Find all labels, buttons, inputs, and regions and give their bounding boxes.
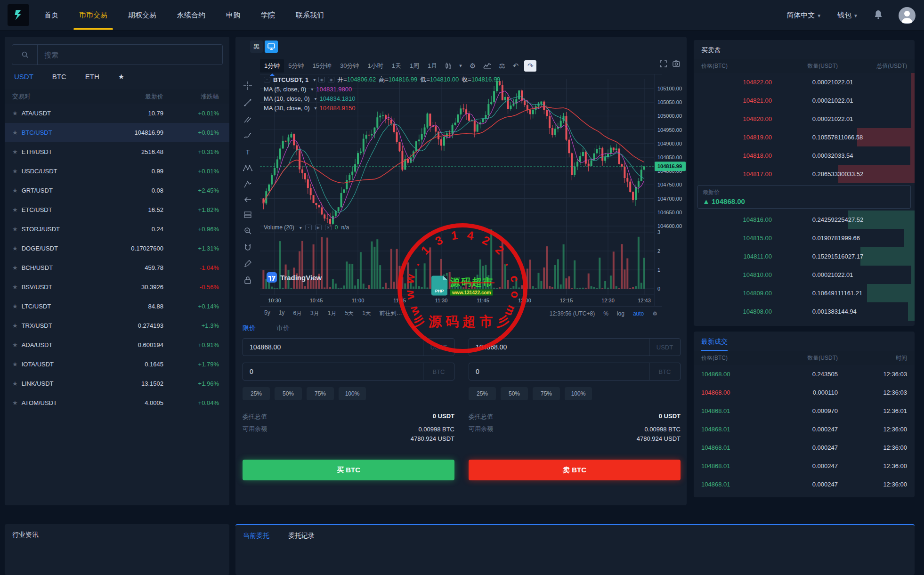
trade-row[interactable]: 104868.010.00097012:36:01 — [694, 402, 915, 420]
pair-row[interactable]: ★GRT/USDT0.08+2.45% — [5, 181, 229, 200]
sell-amount-input[interactable] — [469, 363, 649, 380]
orderbook-row[interactable]: 104819.000.10557811066.58 — [694, 128, 915, 146]
range-1天[interactable]: 1天 — [358, 308, 375, 319]
favorite-star-icon[interactable]: ★ — [12, 245, 18, 252]
trendline-tool-icon[interactable] — [241, 98, 255, 107]
orderbook-row[interactable]: 104820.000.00021022.01 — [694, 110, 915, 128]
trade-row[interactable]: 104868.000.00011012:36:03 — [694, 383, 915, 402]
percent-scale-button[interactable]: % — [603, 310, 608, 317]
timeframe-1小时[interactable]: 1小时 — [363, 59, 387, 73]
search-input[interactable] — [38, 51, 222, 59]
candle-style-icon[interactable] — [445, 62, 452, 70]
favorite-star-icon[interactable]: ★ — [12, 168, 18, 175]
buy-submit-button[interactable]: 买 BTC — [243, 460, 454, 480]
timeframe-30分钟[interactable]: 30分钟 — [336, 59, 363, 73]
trade-row[interactable]: 104868.010.00024712:36:00 — [694, 420, 915, 438]
brush-tool-icon[interactable] — [241, 131, 255, 140]
undo-icon[interactable]: ↶ — [513, 62, 519, 70]
orders-tab-1[interactable]: 委托记录 — [288, 532, 315, 540]
vol-icon-close[interactable]: ✕ — [325, 225, 332, 230]
nav-item-6[interactable]: 联系我们 — [296, 0, 324, 31]
buy-price-input[interactable] — [243, 339, 423, 356]
orderbook-row[interactable]: 104808.000.001383144.94 — [694, 302, 915, 321]
orderbook-row[interactable]: 104809.000.10649111161.21 — [694, 284, 915, 302]
orderbook-row[interactable]: 104815.000.0190781999.66 — [694, 229, 915, 247]
wallet-dropdown[interactable]: 钱包▼ — [837, 11, 858, 20]
pair-row[interactable]: ★USDC/USDT0.99+0.01% — [5, 162, 229, 181]
chevron-down-icon[interactable]: ▾ — [315, 105, 317, 111]
timeframe-1分钟[interactable]: 1分钟 — [260, 59, 284, 73]
candlestick-chart[interactable]: − BTCUSDT, 1 ▾ ◉ ◉ 开=104806.62 高=104816.… — [260, 74, 687, 306]
range-3月[interactable]: 3月 — [306, 308, 324, 319]
zoom-tool-icon[interactable] — [241, 227, 255, 235]
sell-submit-button[interactable]: 卖 BTC — [469, 460, 681, 480]
chart-settings-gear-icon[interactable]: ⚙ — [470, 62, 476, 70]
nav-item-1[interactable]: 币币交易 — [79, 0, 107, 31]
channel-tool-icon[interactable] — [241, 115, 255, 123]
pair-row[interactable]: ★ATOM/USDT4.0005+0.04% — [5, 393, 229, 413]
goto-date-button[interactable]: 前往到… — [375, 308, 406, 319]
pair-row[interactable]: ★LTC/USDT84.88+0.14% — [5, 297, 229, 316]
pair-row[interactable]: ★DOGE/USDT0.17027600+1.31% — [5, 239, 229, 258]
buy-percent-25%[interactable]: 25% — [243, 387, 270, 400]
orderbook-row[interactable]: 104818.000.00032033.54 — [694, 146, 915, 165]
trade-row[interactable]: 104868.010.00024712:36:00 — [694, 438, 915, 457]
text-tool-icon[interactable]: T — [241, 148, 255, 156]
nav-item-2[interactable]: 期权交易 — [128, 0, 156, 31]
trade-row[interactable]: 104868.010.00024712:36:00 — [694, 475, 915, 494]
arrow-left-tool-icon[interactable] — [241, 196, 255, 203]
chevron-down-icon[interactable]: ▾ — [313, 77, 316, 82]
favorite-star-icon[interactable]: ★ — [12, 380, 18, 387]
orderbook-row[interactable]: 104811.000.15291516027.17 — [694, 247, 915, 266]
recent-trades-title[interactable]: 最新成交 — [701, 338, 728, 351]
favorite-star-icon[interactable]: ★ — [12, 206, 18, 213]
nav-item-4[interactable]: 申购 — [226, 0, 240, 31]
sell-percent-25%[interactable]: 25% — [469, 387, 496, 400]
buy-amount-input[interactable] — [243, 363, 423, 380]
orderbook-row[interactable]: 104817.000.28653330033.52 — [694, 165, 915, 183]
site-logo[interactable] — [8, 4, 29, 26]
theme-dark-button[interactable]: 黑 — [250, 40, 263, 53]
timeframe-1周[interactable]: 1周 — [405, 59, 423, 73]
favorite-star-icon[interactable]: ★ — [12, 322, 18, 329]
log-scale-button[interactable]: log — [617, 310, 624, 317]
pattern-tool-icon[interactable] — [241, 164, 255, 172]
compare-icon[interactable]: ⚖ — [499, 62, 505, 70]
chevron-down-icon[interactable]: ▾ — [300, 225, 302, 230]
pair-row[interactable]: ★ETC/USDT16.52+1.82% — [5, 200, 229, 219]
pair-row[interactable]: ★BCH/USDT459.78-1.04% — [5, 258, 229, 277]
order-type-tab-1[interactable]: 市价 — [276, 324, 290, 332]
chevron-down-icon[interactable]: ▾ — [459, 63, 462, 69]
favorite-star-icon[interactable]: ★ — [12, 361, 18, 368]
crosshair-tool-icon[interactable] — [241, 81, 255, 90]
favorite-star-icon[interactable]: ★ — [12, 341, 18, 348]
vol-icon-a[interactable]: ◔ — [305, 225, 312, 230]
buy-percent-100%[interactable]: 100% — [339, 387, 366, 400]
sell-percent-75%[interactable]: 75% — [533, 387, 560, 400]
screen-mode-button[interactable] — [265, 40, 278, 53]
pair-row[interactable]: ★IOTA/USDT0.1645+1.79% — [5, 355, 229, 374]
redo-icon[interactable]: ↷ — [524, 60, 536, 72]
quote-tab-ETH[interactable]: ETH — [85, 73, 99, 81]
favorite-star-icon[interactable]: ★ — [12, 187, 18, 194]
orderbook-row[interactable]: 104816.000.24259225427.52 — [694, 211, 915, 229]
forecast-tool-icon[interactable] — [241, 180, 255, 188]
notification-bell-icon[interactable] — [874, 10, 883, 21]
favorite-star-icon[interactable]: ★ — [12, 399, 18, 406]
pair-row[interactable]: ★BSV/USDT30.3926-0.56% — [5, 277, 229, 297]
pair-row[interactable]: ★ATA/USDT10.79+0.01% — [5, 104, 229, 123]
pair-row[interactable]: ★STORJ/USDT0.24+0.96% — [5, 219, 229, 239]
lock-tool-icon[interactable] — [241, 276, 255, 284]
favorite-star-icon[interactable]: ★ — [12, 129, 18, 136]
position-tool-icon[interactable] — [241, 211, 255, 219]
legend-icon-a[interactable]: ◉ — [318, 77, 325, 82]
tradingview-logo[interactable]: TradingView — [267, 272, 322, 283]
timeframe-15分钟[interactable]: 15分钟 — [308, 59, 335, 73]
axis-settings-gear-icon[interactable]: ⚙ — [652, 310, 657, 317]
pair-row[interactable]: ★BTC/USDT104816.99+0.01% — [5, 123, 229, 142]
indicators-icon[interactable] — [483, 62, 491, 69]
pair-row[interactable]: ★ETH/USDT2516.48+0.31% — [5, 142, 229, 162]
range-1y[interactable]: 1y — [275, 308, 289, 319]
favorite-star-icon[interactable]: ★ — [12, 148, 18, 155]
buy-percent-50%[interactable]: 50% — [275, 387, 302, 400]
